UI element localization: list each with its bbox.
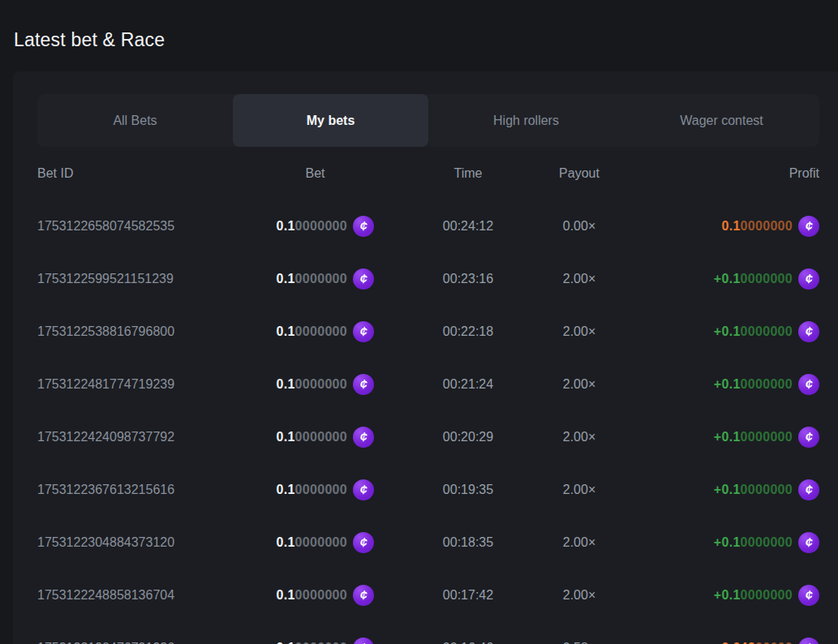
profit-value: 0.10000000 bbox=[721, 219, 793, 234]
coin-icon: ¢ bbox=[353, 532, 374, 553]
coin-icon: ¢ bbox=[353, 321, 374, 342]
col-header-bet-id: Bet ID bbox=[37, 166, 256, 181]
payout-multiplier: 2.00× bbox=[542, 272, 617, 286]
bet-amount-main: 0.1 bbox=[276, 641, 294, 644]
coin-icon: ¢ bbox=[353, 216, 374, 237]
tab-wager-contest[interactable]: Wager contest bbox=[624, 94, 819, 147]
bet-amount: 0.10000000 ¢ bbox=[256, 585, 374, 606]
table-row[interactable]: 1753122190476791936 0.10000000 ¢ 00:16:4… bbox=[37, 621, 819, 644]
bet-amount: 0.10000000 ¢ bbox=[256, 427, 374, 448]
bet-amount: 0.10000000 ¢ bbox=[256, 638, 374, 644]
bet-id: 1753122481774719239 bbox=[37, 377, 256, 392]
profit-main: +0.1 bbox=[714, 377, 741, 391]
profit-zeros: 0000000 bbox=[741, 324, 793, 338]
page-title: Latest bet & Race bbox=[0, 0, 838, 51]
profit-main: +0.1 bbox=[714, 324, 741, 338]
profit-zeros: 0000000 bbox=[741, 535, 793, 549]
profit-cell: 0.10000000 ¢ bbox=[617, 216, 819, 237]
profit-value: +0.10000000 bbox=[714, 430, 793, 444]
profit-zeros: 0000000 bbox=[741, 272, 793, 286]
tab-high-rollers[interactable]: High rollers bbox=[428, 94, 624, 147]
profit-main: +0.1 bbox=[714, 483, 741, 496]
bet-time: 00:20:29 bbox=[394, 430, 542, 444]
coin-icon: ¢ bbox=[798, 374, 819, 395]
table-row[interactable]: 1753122658074582535 0.10000000 ¢ 00:24:1… bbox=[37, 200, 819, 252]
profit-cell: +0.10000000 ¢ bbox=[617, 532, 819, 553]
coin-icon: ¢ bbox=[353, 479, 374, 500]
coin-icon: ¢ bbox=[798, 532, 819, 553]
bet-amount: 0.10000000 ¢ bbox=[256, 268, 374, 290]
bet-amount-main: 0.1 bbox=[276, 272, 294, 286]
profit-value: 0.04200000 bbox=[721, 641, 793, 644]
table-row[interactable]: 1753122304884373120 0.10000000 ¢ 00:18:3… bbox=[37, 516, 819, 569]
profit-zeros: 0000000 bbox=[741, 219, 793, 233]
bet-amount-zeros: 0000000 bbox=[295, 588, 347, 602]
table-row[interactable]: 1753122538816796800 0.10000000 ¢ 00:22:1… bbox=[37, 305, 819, 358]
col-header-bet: Bet bbox=[256, 166, 374, 181]
col-header-time: Time bbox=[394, 166, 542, 181]
tab-my-bets[interactable]: My bets bbox=[233, 94, 428, 147]
table-row[interactable]: 1753122481774719239 0.10000000 ¢ 00:21:2… bbox=[37, 358, 819, 410]
profit-cell: +0.10000000 ¢ bbox=[617, 479, 819, 500]
bet-amount-main: 0.1 bbox=[276, 377, 294, 391]
payout-multiplier: 2.00× bbox=[542, 535, 617, 550]
bet-id: 1753122538816796800 bbox=[37, 324, 256, 339]
bet-amount-main: 0.1 bbox=[276, 324, 294, 338]
col-header-profit: Profit bbox=[617, 166, 819, 181]
profit-zeros: 0000000 bbox=[741, 483, 793, 496]
payout-multiplier: 2.00× bbox=[542, 377, 617, 392]
bet-amount-zeros: 0000000 bbox=[295, 641, 347, 644]
coin-icon: ¢ bbox=[798, 479, 819, 500]
profit-zeros: 0000000 bbox=[741, 588, 793, 602]
coin-icon: ¢ bbox=[798, 427, 819, 448]
bet-time: 00:22:18 bbox=[394, 324, 542, 339]
profit-main: +0.1 bbox=[714, 535, 741, 549]
bet-amount-main: 0.1 bbox=[276, 588, 294, 602]
payout-multiplier: 2.00× bbox=[542, 483, 617, 497]
bet-id: 1753122190476791936 bbox=[37, 641, 256, 644]
bet-amount: 0.10000000 ¢ bbox=[256, 532, 374, 553]
table-row[interactable]: 1753122248858136704 0.10000000 ¢ 00:17:4… bbox=[37, 569, 819, 621]
bet-time: 00:17:42 bbox=[394, 588, 542, 603]
profit-main: +0.1 bbox=[714, 430, 741, 444]
bet-amount-main: 0.1 bbox=[276, 219, 294, 233]
payout-multiplier: 2.00× bbox=[542, 324, 617, 339]
tab-all-bets[interactable]: All Bets bbox=[37, 94, 233, 147]
bet-amount-main: 0.1 bbox=[276, 483, 294, 496]
profit-zeros: 00000 bbox=[755, 641, 793, 644]
coin-icon: ¢ bbox=[353, 427, 374, 448]
bet-amount-zeros: 0000000 bbox=[295, 324, 347, 338]
profit-cell: 0.04200000 ¢ bbox=[617, 638, 819, 644]
profit-main: 0.1 bbox=[721, 219, 740, 233]
profit-main: 0.042 bbox=[721, 641, 755, 644]
payout-multiplier: 0.58× bbox=[542, 641, 617, 644]
bet-amount-main: 0.1 bbox=[276, 535, 294, 549]
latest-bets-panel: All Bets My bets High rollers Wager cont… bbox=[13, 71, 838, 644]
profit-main: +0.1 bbox=[714, 272, 741, 286]
bet-amount-zeros: 0000000 bbox=[295, 430, 347, 444]
table-row[interactable]: 1753122367613215616 0.10000000 ¢ 00:19:3… bbox=[37, 463, 819, 516]
table-row[interactable]: 1753122599521151239 0.10000000 ¢ 00:23:1… bbox=[37, 252, 819, 305]
bet-time: 00:16:46 bbox=[394, 641, 542, 644]
payout-multiplier: 2.00× bbox=[542, 430, 617, 444]
profit-value: +0.10000000 bbox=[714, 324, 793, 339]
profit-value: +0.10000000 bbox=[714, 483, 793, 497]
bet-amount: 0.10000000 ¢ bbox=[256, 216, 374, 237]
table-row[interactable]: 1753122424098737792 0.10000000 ¢ 00:20:2… bbox=[37, 410, 819, 463]
payout-multiplier: 2.00× bbox=[542, 588, 617, 603]
bet-id: 1753122367613215616 bbox=[37, 483, 256, 497]
bet-time: 00:21:24 bbox=[394, 377, 542, 392]
profit-zeros: 0000000 bbox=[741, 377, 793, 391]
payout-multiplier: 0.00× bbox=[542, 219, 617, 234]
profit-value: +0.10000000 bbox=[714, 377, 793, 392]
bet-time: 00:19:35 bbox=[394, 483, 542, 497]
coin-icon: ¢ bbox=[353, 585, 374, 606]
coin-icon: ¢ bbox=[798, 268, 819, 290]
bet-id: 1753122248858136704 bbox=[37, 588, 256, 603]
table-header: Bet ID Bet Time Payout Profit bbox=[37, 147, 819, 200]
bet-amount: 0.10000000 ¢ bbox=[256, 374, 374, 395]
bet-amount-zeros: 0000000 bbox=[295, 535, 347, 549]
bets-table-body: 1753122658074582535 0.10000000 ¢ 00:24:1… bbox=[37, 200, 819, 644]
bet-id: 1753122424098737792 bbox=[37, 430, 256, 444]
profit-cell: +0.10000000 ¢ bbox=[617, 585, 819, 606]
